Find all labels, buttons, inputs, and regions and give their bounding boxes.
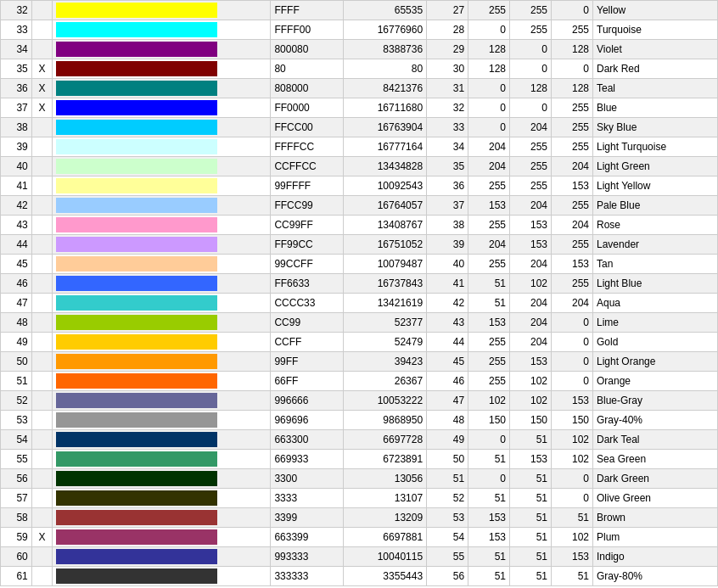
- color-swatch: [56, 256, 217, 272]
- green-value: 102: [510, 372, 552, 391]
- x-marker: [31, 255, 52, 274]
- color-name: Pale Blue: [593, 196, 718, 216]
- index-value: 46: [427, 372, 468, 391]
- blue-value: 0: [552, 1, 593, 20]
- color-swatch-cell: [53, 528, 271, 547]
- green-value: 255: [510, 157, 552, 176]
- green-value: 153: [510, 352, 552, 372]
- color-swatch: [56, 354, 217, 369]
- table-row: 45 99CCFF 10079487 40 255 204 153 Tan: [1, 255, 718, 274]
- hex-value: FF99CC: [271, 235, 344, 255]
- x-marker: [31, 352, 52, 372]
- decimal-value: 3355443: [344, 567, 427, 586]
- table-row: 46 FF6633 16737843 41 51 102 255 Light B…: [1, 274, 718, 294]
- decimal-value: 8421376: [344, 79, 427, 98]
- color-swatch-cell: [53, 98, 271, 118]
- red-value: 128: [468, 59, 510, 79]
- index-value: 35: [427, 157, 468, 176]
- color-name: Gray-80%: [593, 567, 718, 586]
- color-name: Light Yellow: [593, 176, 718, 196]
- green-value: 51: [510, 567, 552, 586]
- color-swatch-cell: [53, 274, 271, 294]
- green-value: 51: [510, 489, 552, 508]
- row-number: 55: [1, 450, 32, 469]
- color-swatch-cell: [53, 79, 271, 98]
- row-number: 54: [1, 430, 32, 450]
- index-value: 43: [427, 313, 468, 333]
- hex-value: CC99FF: [271, 216, 344, 235]
- color-name: Sea Green: [593, 450, 718, 469]
- color-name: Gray-40%: [593, 411, 718, 430]
- red-value: 51: [468, 547, 510, 567]
- color-swatch-cell: [53, 294, 271, 313]
- blue-value: 150: [552, 411, 593, 430]
- color-swatch-cell: [53, 508, 271, 528]
- index-value: 33: [427, 118, 468, 137]
- green-value: 255: [510, 20, 552, 40]
- red-value: 128: [468, 40, 510, 59]
- row-number: 60: [1, 547, 32, 567]
- red-value: 204: [468, 235, 510, 255]
- index-value: 34: [427, 137, 468, 157]
- blue-value: 255: [552, 20, 593, 40]
- row-number: 52: [1, 391, 32, 411]
- hex-value: FFCC00: [271, 118, 344, 137]
- color-name: Aqua: [593, 294, 718, 313]
- decimal-value: 16777164: [344, 137, 427, 157]
- table-row: 51 66FF 26367 46 255 102 0 Orange: [1, 372, 718, 391]
- color-name: Tan: [593, 255, 718, 274]
- row-number: 56: [1, 469, 32, 489]
- decimal-value: 16737843: [344, 274, 427, 294]
- table-row: 50 99FF 39423 45 255 153 0 Light Orange: [1, 352, 718, 372]
- color-name: Brown: [593, 508, 718, 528]
- color-swatch: [56, 3, 217, 18]
- color-swatch-cell: [53, 118, 271, 137]
- color-name: Dark Green: [593, 469, 718, 489]
- color-swatch: [56, 100, 217, 115]
- hex-value: FFFFCC: [271, 137, 344, 157]
- decimal-value: 13408767: [344, 216, 427, 235]
- hex-value: 3333: [271, 489, 344, 508]
- hex-value: 800080: [271, 40, 344, 59]
- color-swatch-cell: [53, 567, 271, 586]
- green-value: 102: [510, 274, 552, 294]
- green-value: 204: [510, 118, 552, 137]
- decimal-value: 16764057: [344, 196, 427, 216]
- index-value: 36: [427, 176, 468, 196]
- color-name: Turquoise: [593, 20, 718, 40]
- red-value: 255: [468, 176, 510, 196]
- color-swatch: [56, 451, 217, 467]
- row-number: 38: [1, 118, 32, 137]
- table-row: 53 969696 9868950 48 150 150 150 Gray-40…: [1, 411, 718, 430]
- color-name: Teal: [593, 79, 718, 98]
- blue-value: 255: [552, 235, 593, 255]
- color-swatch: [56, 471, 217, 486]
- color-swatch: [56, 568, 217, 584]
- row-number: 43: [1, 216, 32, 235]
- color-swatch: [56, 315, 217, 330]
- blue-value: 255: [552, 274, 593, 294]
- color-name: Light Blue: [593, 274, 718, 294]
- red-value: 204: [468, 157, 510, 176]
- table-row: 37 X FF0000 16711680 32 0 0 255 Blue: [1, 98, 718, 118]
- red-value: 51: [468, 489, 510, 508]
- table-row: 59 X 663399 6697881 54 153 51 102 Plum: [1, 528, 718, 547]
- row-number: 37: [1, 98, 32, 118]
- decimal-value: 52377: [344, 313, 427, 333]
- green-value: 128: [510, 79, 552, 98]
- row-number: 40: [1, 157, 32, 176]
- row-number: 58: [1, 508, 32, 528]
- red-value: 255: [468, 1, 510, 20]
- hex-value: 99CCFF: [271, 255, 344, 274]
- color-name: Light Turquoise: [593, 137, 718, 157]
- color-name: Plum: [593, 528, 718, 547]
- blue-value: 153: [552, 255, 593, 274]
- green-value: 204: [510, 313, 552, 333]
- color-swatch-cell: [53, 333, 271, 352]
- row-number: 36: [1, 79, 32, 98]
- decimal-value: 13434828: [344, 157, 427, 176]
- x-marker: [31, 430, 52, 450]
- decimal-value: 13209: [344, 508, 427, 528]
- decimal-value: 13421619: [344, 294, 427, 313]
- color-swatch: [56, 549, 217, 564]
